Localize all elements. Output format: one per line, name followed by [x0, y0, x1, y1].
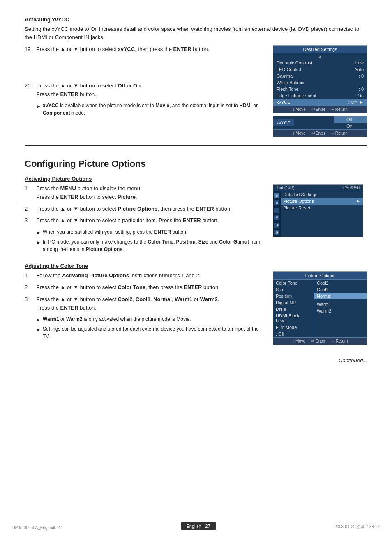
step-a2-content: Press the ▲ or ▼ button to select Pictur… [36, 205, 265, 214]
footer-date: 2008-04-22 오후 7:38:17 [334, 524, 380, 530]
pic-sidebar: P Q ♪ ⚙ ◀ ▣ Detailed Settings [273, 191, 363, 237]
footer-enter: ⏎ Enter [311, 339, 325, 343]
step-ct2-num: 2 [25, 283, 36, 292]
step-a2: 2 Press the ▲ or ▼ button to select Pict… [25, 205, 265, 214]
xvycc-heading: Activating xvYCC [25, 16, 367, 23]
step-ct1-content: Follow the Activating Picture Options in… [36, 271, 265, 280]
pic-row-label: Picture Reset [283, 205, 310, 210]
menu-val: : On [355, 93, 364, 98]
sidebar-icon-note: ♪ [274, 208, 279, 213]
enter-icon: ⏎ [311, 131, 315, 136]
menu-row-edge: Edge Enhancement : On [273, 92, 367, 99]
col-left-row-dnie: DNIe [273, 306, 314, 313]
xvycc-steps-left: 19 Press the ▲ or ▼ button to select xvY… [25, 45, 265, 137]
step-19-content: Press the ▲ or ▼ button to select xvYCC,… [36, 45, 265, 54]
menu-row-xvycc: xvYCC : Off ► [273, 99, 367, 106]
footer-return: ↩ Return [331, 107, 348, 112]
return-icon: ↩ [331, 131, 334, 136]
note-arrow-icon: ➤ [36, 316, 40, 324]
xvycc-popup-menu: xvYCC Off On ↕ Move ⏎ Enter ↩ Return [273, 116, 367, 137]
color-tone-menu-right: Picture Options Color Tone Size Position… [273, 271, 367, 345]
footer-enter: ⏎ Enter [311, 107, 325, 112]
step-a3: 3 Press the ▲ or ▼ button to select a pa… [25, 216, 265, 225]
picture-options-menu: Tint (G/R) : G50/R50 P Q ♪ ⚙ ◀ ▣ [273, 184, 363, 237]
activating-steps-left: 1 Press the MENU button to display the m… [25, 184, 265, 255]
col-left-row-color-tone: Color Tone [273, 280, 314, 286]
footer-return: ↩ Return [331, 131, 348, 136]
menu-val: : 0 [359, 87, 364, 92]
move-icon: ↕ [293, 107, 295, 112]
step-ct3-num: 3 [25, 295, 36, 313]
menu-label: xvYCC [277, 100, 291, 105]
menu-row-wb: White Balance [273, 79, 367, 86]
enter-icon: ⏎ [311, 107, 315, 112]
note-text: xvYCC is available when the picture mode… [43, 102, 265, 117]
step-ct2-content: Press the ▲ or ▼ button to select Color … [36, 283, 265, 292]
pic-row-detailed: Detailed Settings [281, 191, 363, 198]
move-icon: ↕ [292, 339, 294, 343]
menu-val: : Low [353, 60, 364, 65]
sidebar-icon-grid: ▣ [274, 230, 279, 235]
pic-row-options: Picture Options ► [281, 198, 363, 205]
page-container: Activating xvYCC Setting the xvYCC mode … [0, 0, 392, 538]
col-right-warm2: Warm2 [314, 308, 367, 314]
note-a3-2: ➤ In PC mode, you can only make changes … [36, 238, 265, 253]
xvycc-steps-col: 19 Press the ▲ or ▼ button to select xvY… [25, 45, 367, 137]
menu-row-led: LED Control : Auto [273, 66, 367, 73]
detailed-settings-title: Detailed Settings [273, 46, 367, 53]
menu-row-dynamic-contrast: Dynamic Contrast : Low [273, 60, 367, 66]
step-20-note: ➤ xvYCC is available when the picture mo… [36, 102, 265, 117]
col-menu-right: Cool2 Cool1 Normal Warm1 Warm2 [314, 280, 367, 337]
col-right-cool1: Cool1 [314, 286, 367, 293]
detailed-settings-menu: Detailed Settings ▲ Dynamic Contrast : L… [273, 45, 367, 113]
col-menu-body: Color Tone Size Position Digital NR DNIe… [273, 280, 367, 337]
footer-return: ↩ Return [331, 339, 348, 343]
sidebar-icon-gear: ⚙ [274, 215, 279, 220]
step-a1: 1 Press the MENU button to display the m… [25, 184, 265, 202]
enter-icon: ⏎ [311, 339, 314, 343]
step-a1-content: Press the MENU button to display the men… [36, 184, 265, 202]
note-text: In PC mode, you can only make changes to… [43, 238, 265, 253]
move-icon: ↕ [293, 131, 295, 136]
step-20-content: Press the ▲ or ▼ button to select Off or… [36, 82, 265, 99]
col-right-cool2: Cool2 [314, 280, 367, 286]
step-a2-num: 2 [25, 205, 36, 214]
page-footer: BP68-00658A_Eng.indb 27 English - 27 200… [0, 522, 392, 530]
step-20-num: 20 [25, 82, 36, 99]
return-icon: ↩ [331, 107, 334, 112]
xvycc-menus-right: Detailed Settings ▲ Dynamic Contrast : L… [273, 45, 367, 137]
menu-val: : Off [348, 100, 357, 105]
arrow-right-icon: ► [359, 100, 364, 105]
col-right-normal: Normal [314, 293, 367, 299]
col-menu-picture-options: Picture Options Color Tone Size Position… [273, 271, 367, 345]
step-19-num: 19 [25, 45, 36, 54]
popup-item-on: On [334, 123, 367, 129]
return-icon: ↩ [331, 339, 334, 343]
color-tone-col: 1 Follow the Activating Picture Options … [25, 271, 367, 345]
col-right-warm1: Warm1 [314, 301, 367, 308]
col-menu-title: Picture Options [273, 272, 367, 280]
continued-section: Continued... [25, 357, 367, 363]
popup-menu-label: xvYCC [273, 119, 294, 126]
menu-label: Gamma [277, 74, 293, 78]
tint-val: : G50/R50 [341, 186, 360, 190]
big-section-title: Configuring Picture Options [25, 159, 367, 169]
col-left-row-film-mode: Film Mode [273, 324, 314, 331]
pic-menu-title: Tint (G/R) : G50/R50 [273, 185, 363, 191]
xvycc-intro: Setting the xvYCC mode to On increases d… [25, 25, 367, 41]
step-a3-content: Press the ▲ or ▼ button to select a part… [36, 216, 265, 225]
note-ct3-1: ➤ Warm1 or Warm2 is only activated when … [36, 315, 265, 324]
pic-menu-rows: Detailed Settings Picture Options ► Pict… [281, 191, 363, 237]
menu-label: Flesh Tone [277, 87, 299, 92]
col-menu-left: Color Tone Size Position Digital NR DNIe… [273, 280, 314, 337]
color-tone-left: 1 Follow the Activating Picture Options … [25, 271, 265, 345]
col-left-row-hdmi-bl: HDMI Black Level [273, 313, 314, 324]
note-text: Warm1 or Warm2 is only activated when th… [43, 315, 191, 324]
col-left-row-size: Size [273, 286, 314, 293]
sidebar-icon-q: Q [274, 200, 279, 205]
sidebar-icon-left: ◀ [274, 223, 279, 228]
menu-val: : Auto [352, 67, 364, 72]
menu-row-flesh: Flesh Tone : 0 [273, 86, 367, 92]
section-picture-options: Configuring Picture Options Activating P… [25, 159, 367, 345]
pic-row-label: Detailed Settings [283, 192, 317, 197]
